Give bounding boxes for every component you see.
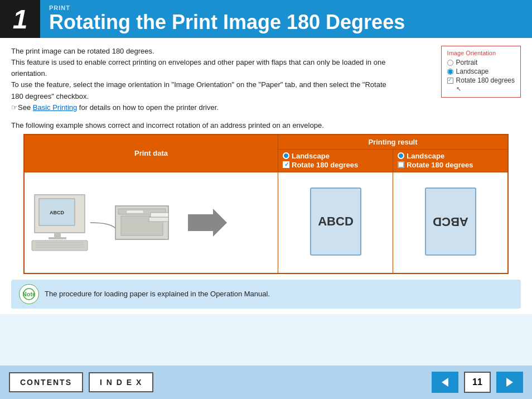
rotate-checkbox[interactable] [447,78,453,84]
svg-marker-22 [442,378,448,387]
description-block: The print image can be rotated 180 degre… [11,46,390,113]
note-box: Note The procedure for loading paper is … [11,280,521,309]
main-content: The print image can be rotated 180 degre… [0,38,532,314]
print-table: Print data Printing result Landscape ✓ R… [23,134,509,274]
prev-page-button[interactable] [432,372,458,393]
landscape-label: Landscape [456,68,489,75]
io-box-title: Image Orientation [447,50,515,56]
incorrect-envelope: ABCD [423,185,478,258]
io-option-portrait: Portrait [447,59,515,66]
col1-landscape-row: Landscape [283,152,388,160]
correct-envelope: ABCD [308,185,364,258]
note-text: The procedure for loading paper is expla… [45,290,270,298]
col2-landscape-row: Landscape [398,152,503,160]
svg-text:ABCD: ABCD [50,210,64,215]
desc-line4-prefix: ☞See [11,103,33,112]
svg-rect-14 [151,213,168,217]
print-data-header: Print data [24,134,278,172]
bottom-nav: CONTENTS I N D E X 11 [0,366,532,399]
col2-landscape-radio [398,152,404,159]
table-header-row: Print data Printing result [24,134,508,150]
portrait-label: Portrait [456,59,478,66]
col1-landscape-label: Landscape [292,152,330,160]
landscape-radio[interactable] [447,69,453,75]
header-text-block: PRINT Rotating the Print Image 180 Degre… [40,0,405,38]
io-option-rotate: Rotate 180 degrees [447,76,515,84]
incorrect-envelope-cell: ABCD [393,172,508,273]
svg-marker-15 [188,209,227,237]
index-button[interactable]: I N D E X [89,372,153,392]
desc-line1: The print image can be rotated 180 degre… [11,46,390,57]
desc-line3: To use the feature, select the image ori… [11,79,390,102]
svg-rect-3 [54,233,61,237]
example-text: The following example shows correct and … [11,121,521,129]
col2-rotate-row: Rotate 180 degrees [398,161,503,169]
svg-text:ABCD: ABCD [318,214,354,228]
rotate-label: Rotate 180 degrees [456,76,515,84]
col1-landscape-radio [283,152,289,159]
next-page-button[interactable] [496,372,523,393]
desc-line2: This feature is used to enable correct p… [11,57,390,79]
printing-result-header: Printing result [278,134,509,150]
col1-rotate-label: Rotate 180 degrees [292,161,358,169]
col2-landscape-label: Landscape [407,152,444,160]
svg-rect-5 [32,241,88,251]
note-badge: Note [19,284,39,304]
next-arrow-icon [504,377,515,388]
note-icon: Note [23,288,35,300]
desc-line4-suffix: for details on how to open the printer d… [77,103,219,112]
io-option-landscape: Landscape [447,68,515,75]
desc-line4: ☞See Basic Printing for details on how t… [11,102,390,113]
col1-rotate-checkbox: ✓ [283,161,289,168]
page-header: 1 PRINT Rotating the Print Image 180 Deg… [0,0,532,38]
contents-button[interactable]: CONTENTS [9,372,83,392]
chapter-number: 1 [0,0,40,38]
page-number: 11 [464,372,491,393]
svg-marker-23 [506,378,513,387]
svg-text:Note: Note [23,291,35,297]
col2-rotate-label: Rotate 180 degrees [407,161,473,169]
col2-rotate-checkbox [398,161,404,168]
image-orientation-box: Image Orientation Portrait Landscape Rot… [441,46,521,98]
col2-subheader: Landscape Rotate 180 degrees [393,149,508,172]
table-content-row: ABCD [24,172,508,273]
svg-rect-4 [49,237,66,239]
basic-printing-link[interactable]: Basic Printing [33,103,77,112]
col1-rotate-row: ✓ Rotate 180 degrees [283,161,388,169]
computer-illustration: ABCD [29,178,241,267]
print-data-cell: ABCD [24,172,278,273]
header-title: Rotating the Print Image 180 Degrees [49,11,405,33]
cursor-hint: ↖ [447,85,515,93]
col1-subheader: Landscape ✓ Rotate 180 degrees [278,149,393,172]
svg-rect-13 [149,217,168,222]
correct-envelope-cell: ABCD [278,172,393,273]
svg-rect-12 [127,210,143,213]
portrait-radio[interactable] [447,60,453,66]
svg-text:ABCD: ABCD [433,215,468,229]
prev-arrow-icon [439,377,451,388]
